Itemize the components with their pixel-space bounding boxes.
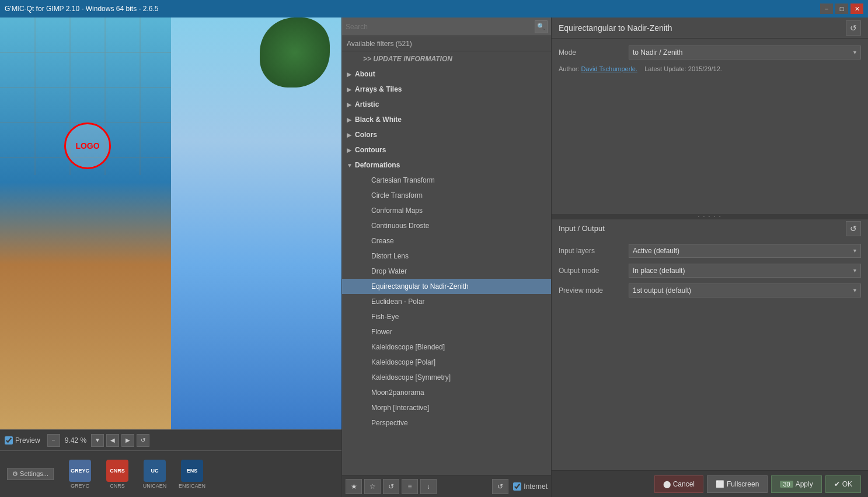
author-text: Author:: [559, 65, 579, 72]
output-mode-select[interactable]: In place (default) New layer(s): [629, 264, 861, 278]
filter-count-label: Available filters (521): [347, 40, 412, 48]
ok-label: OK: [842, 480, 852, 488]
apply-button[interactable]: 30 Apply: [771, 475, 821, 493]
item-label-kalpolar: Kaleidoscope [Polar]: [371, 358, 435, 366]
tree-item-flower[interactable]: Flower: [342, 324, 551, 340]
item-label-artistic: Artistic: [355, 100, 379, 108]
sort-button[interactable]: ≡: [402, 479, 418, 494]
preview-checkbox[interactable]: [5, 436, 13, 444]
mode-param-row: Mode to Nadir / Zenith to Equirectangula…: [559, 46, 861, 60]
tree-item-morph[interactable]: Morph [Interactive]: [342, 400, 551, 415]
item-label-contours: Contours: [355, 146, 386, 154]
tree-item-dropwater[interactable]: Drop Water: [342, 264, 551, 279]
logo-cnrs: CNRS CNRS: [102, 457, 133, 491]
io-content: Input layers Active (default) All Output…: [552, 238, 868, 309]
input-layers-row: Input layers Active (default) All: [559, 244, 861, 258]
add-favorite-button[interactable]: ★: [346, 479, 362, 494]
logo-unicaen: UC UNICAEN: [139, 457, 170, 491]
tree-item-fisheye[interactable]: Fish-Eye: [342, 309, 551, 324]
item-label-dropwater: Drop Water: [371, 267, 407, 275]
pan-left-button[interactable]: ◀: [106, 434, 119, 447]
item-label-moon2pan: Moon2panorama: [371, 388, 424, 397]
image-canvas: LOGO: [0, 18, 341, 429]
filter-tree[interactable]: >> UPDATE INFORMATION▶About▶Arrays & Til…: [342, 51, 551, 475]
internet-checkbox[interactable]: [513, 482, 521, 491]
item-label-deformations: Deformations: [355, 161, 400, 169]
search-input[interactable]: [346, 23, 532, 31]
reset-button[interactable]: ↺: [383, 479, 399, 494]
minimize-button[interactable]: −: [820, 4, 833, 14]
tree-item-bw[interactable]: ▶Black & White: [342, 112, 551, 127]
greyc-label: GREYC: [71, 483, 89, 489]
filter-refresh-button[interactable]: ↺: [846, 20, 861, 36]
io-header[interactable]: Input / Output ↺: [552, 219, 868, 238]
item-label-flower: Flower: [371, 328, 392, 336]
tree-item-kalsymmetry[interactable]: Kaleidoscope [Symmetry]: [342, 370, 551, 385]
tree-item-artistic[interactable]: ▶Artistic: [342, 97, 551, 112]
tree-item-crease[interactable]: Crease: [342, 233, 551, 249]
tree-item-circle[interactable]: Circle Transform: [342, 188, 551, 203]
preview-mode-label: Preview mode: [559, 286, 629, 295]
refresh-filters-button[interactable]: ↺: [492, 479, 508, 494]
title-bar: G'MIC-Qt for GIMP 2.10 - Windows 64 bits…: [0, 0, 868, 18]
item-label-colors: Colors: [355, 131, 377, 139]
tree-item-arrays[interactable]: ▶Arrays & Tiles: [342, 82, 551, 97]
tree-item-kalpolar[interactable]: Kaleidoscope [Polar]: [342, 355, 551, 370]
tree-item-moon2pan[interactable]: Moon2panorama: [342, 385, 551, 400]
params-io-separator[interactable]: • • • • •: [552, 214, 868, 219]
unicaen-label: UNICAEN: [143, 483, 167, 489]
tree-item-distort[interactable]: Distort Lens: [342, 249, 551, 264]
preview-mode-select[interactable]: 1st output (default) 2nd output: [629, 284, 861, 298]
tree-item-continuous[interactable]: Continuous Droste: [342, 218, 551, 233]
item-label-euclidean: Euclidean - Polar: [371, 298, 424, 306]
arrow-contours: ▶: [347, 147, 355, 153]
author-name[interactable]: David Tschumperle.: [581, 65, 637, 72]
tree-item-conformal[interactable]: Conformal Maps: [342, 203, 551, 218]
item-label-kalblended: Kaleidoscope [Blended]: [371, 343, 445, 351]
filter-title: Equirectangular to Nadir-Zenith: [559, 23, 672, 33]
search-bar: 🔍: [342, 18, 551, 36]
output-mode-row: Output mode In place (default) New layer…: [559, 264, 861, 278]
ok-button[interactable]: ✔ OK: [825, 475, 861, 493]
input-layers-wrapper: Active (default) All: [629, 244, 861, 258]
zoom-out-button[interactable]: −: [47, 434, 60, 447]
tree-item-contours[interactable]: ▶Contours: [342, 142, 551, 158]
cancel-button[interactable]: ⬤ Cancel: [654, 475, 703, 493]
tree-item-equirect[interactable]: Equirectangular to Nadir-Zenith: [342, 279, 551, 294]
pan-right-button[interactable]: ▶: [121, 434, 134, 447]
mode-select[interactable]: to Nadir / Zenith to Equirectangular: [629, 46, 861, 60]
zoom-dropdown-button[interactable]: ▼: [91, 434, 104, 447]
window-controls: − □ ✕: [820, 4, 863, 14]
remove-favorite-button[interactable]: ☆: [364, 479, 381, 494]
arrow-deformations: ▼: [347, 162, 355, 169]
cancel-icon: ⬤: [663, 480, 671, 488]
arrow-arrays: ▶: [347, 86, 355, 93]
io-refresh-button[interactable]: ↺: [846, 221, 861, 236]
main-area: LOGO Preview − 9.42 % ▼ ◀ ▶ ↺ ⚙ Settings…: [0, 18, 868, 497]
input-layers-select[interactable]: Active (default) All: [629, 244, 861, 258]
preview-label: Preview: [15, 436, 40, 444]
action-bar: ⬤ Cancel ⬜ Fullscreen 30 Apply ✔ OK: [552, 470, 868, 497]
filter-bottom-bar: ★ ☆ ↺ ≡ ↓ ↺ Internet: [342, 475, 551, 497]
output-mode-wrapper: In place (default) New layer(s): [629, 264, 861, 278]
apply-count: 30: [780, 481, 793, 488]
tree-item-cartesian[interactable]: Cartesian Transform: [342, 173, 551, 188]
maximize-button[interactable]: □: [835, 4, 848, 14]
close-button[interactable]: ✕: [850, 4, 863, 14]
fullscreen-button[interactable]: ⬜ Fullscreen: [707, 475, 768, 493]
refresh-preview-button[interactable]: ↺: [137, 434, 149, 447]
tree-item-perspective[interactable]: Perspective: [342, 415, 551, 430]
tree-item-deformations[interactable]: ▼Deformations: [342, 158, 551, 173]
tree-item-kalblended[interactable]: Kaleidoscope [Blended]: [342, 340, 551, 355]
settings-button[interactable]: ⚙ Settings...: [7, 468, 54, 480]
tree-item-euclidean[interactable]: Euclidean - Polar: [342, 294, 551, 309]
tree-item-colors[interactable]: ▶Colors: [342, 127, 551, 142]
tree-item-update[interactable]: >> UPDATE INFORMATION: [342, 51, 551, 66]
item-label-fisheye: Fish-Eye: [371, 313, 399, 321]
search-button[interactable]: 🔍: [535, 20, 548, 33]
tree-item-about[interactable]: ▶About: [342, 66, 551, 82]
download-button[interactable]: ↓: [420, 479, 437, 494]
preview-image: LOGO: [0, 18, 341, 429]
item-label-morph: Morph [Interactive]: [371, 404, 429, 412]
arrow-artistic: ▶: [347, 102, 355, 108]
